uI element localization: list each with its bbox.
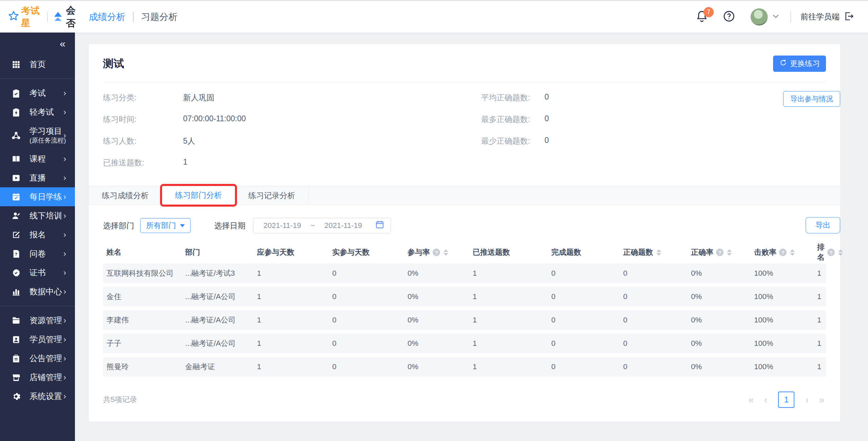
sidebar-item-label: 证书 [29, 268, 46, 278]
column-header: 击败率? [751, 247, 814, 257]
tab-item[interactable]: 练习记录分析 [235, 186, 309, 205]
department-select[interactable]: 所有部门 [140, 218, 191, 233]
tab-label: 练习记录分析 [249, 190, 295, 201]
page-title: 测试 [103, 57, 124, 71]
sidebar-item[interactable]: 直播 › [0, 168, 75, 187]
top-header: 考试星 会否 成绩分析 习题分析 7 前往学员端 [0, 0, 868, 33]
sidebar-item-label: 线下培训 [29, 211, 62, 221]
table-cell: 子子 [103, 338, 182, 349]
sidebar-item[interactable]: 店铺管理 › [0, 368, 75, 387]
table-cell: 100% [751, 316, 814, 324]
info-left-row: 练习人数:5人 [103, 136, 481, 146]
sidebar-item[interactable]: 报名 › [0, 225, 75, 244]
org-name: 会否 [66, 4, 81, 30]
collapse-sidebar-icon[interactable]: « [60, 38, 65, 49]
column-label: 排名 [817, 242, 825, 262]
prev-page-icon[interactable]: ‹ [763, 394, 769, 405]
sidebar-item-label: 公告管理 [29, 353, 62, 363]
help-icon[interactable]: ? [779, 249, 787, 256]
tab-item[interactable]: 练习成绩分析 [89, 186, 162, 205]
sidebar-item[interactable]: 公告管理 › [0, 349, 75, 368]
table-cell: 0 [620, 269, 688, 278]
info-value: 0 [545, 136, 549, 146]
nav-exercise-analysis[interactable]: 习题分析 [141, 11, 178, 23]
help-icon[interactable]: ? [716, 249, 724, 256]
table-cell: 1 [814, 269, 826, 278]
offline-training-icon [12, 211, 21, 220]
grid-icon [12, 60, 21, 69]
sidebar-item-label: 数据中心 [29, 287, 62, 297]
sidebar-item[interactable]: 线下培训 › [0, 206, 75, 225]
nav-score-analysis[interactable]: 成绩分析 [89, 11, 125, 23]
sidebar-item-label: 学员管理 [29, 334, 62, 344]
column-header: 应参与天数 [254, 247, 329, 257]
sidebar-item-sublabel: (原任务流程) [29, 136, 66, 145]
user-menu[interactable] [750, 8, 781, 26]
sidebar-item[interactable]: 资源管理 › [0, 311, 75, 330]
next-page-icon[interactable]: › [804, 394, 810, 405]
table-cell: 0 [620, 316, 688, 324]
export-button[interactable]: 导出 [806, 217, 840, 233]
student-portal-label: 前往学员端 [801, 12, 840, 22]
info-left-column: 练习分类:新人巩固练习时间:07:00:00-11:00:00练习人数:5人已推… [103, 92, 481, 179]
sidebar-menu: 首页 考试 › 轻考试 › 学习项目 (原任务流程) › 课程 [0, 55, 75, 406]
chevron-right-icon: › [63, 392, 66, 401]
info-right-row: 最多正确题数:0 [481, 114, 549, 125]
sidebar: « 首页 考试 › 轻考试 › 学习项目 (原任务流程) › [0, 33, 75, 441]
sidebar-item[interactable]: 每日学练 › [0, 187, 75, 206]
date-range-picker[interactable]: 2021-11-19 ~ 2021-11-19 [253, 218, 391, 233]
change-exercise-button[interactable]: 更换练习 [773, 56, 826, 72]
sort-icon[interactable] [656, 249, 661, 256]
sidebar-item[interactable]: 证书 › [0, 263, 75, 282]
table-cell: 1 [814, 316, 826, 324]
sidebar-item[interactable]: 学员管理 › [0, 330, 75, 349]
sort-icon[interactable] [838, 249, 843, 256]
date-to[interactable]: 2021-11-19 [320, 221, 366, 230]
sidebar-item[interactable]: 学习项目 (原任务流程) › [0, 122, 75, 149]
sidebar-item[interactable]: ? 问卷 › [0, 244, 75, 263]
student-portal-link[interactable]: 前往学员端 [801, 11, 854, 23]
exercise-card: 测试 更换练习 练习分类:新人巩固练习时间:07:00:00-11:00:00练… [89, 44, 840, 421]
column-header: 正确率? [688, 247, 751, 257]
table-cell: 0 [329, 362, 404, 371]
export-participation-button[interactable]: 导出参与情况 [783, 91, 840, 107]
table-cell: 0 [620, 362, 688, 371]
chevron-right-icon: › [63, 107, 66, 117]
page-number[interactable]: 1 [778, 392, 794, 408]
help-button[interactable] [723, 10, 735, 24]
exam-icon [12, 89, 21, 98]
info-label: 最少正确题数: [481, 136, 540, 146]
sidebar-item[interactable]: 轻考试 › [0, 103, 75, 122]
main-content: 测试 更换练习 练习分类:新人巩固练习时间:07:00:00-11:00:00练… [75, 33, 868, 441]
chevron-right-icon: › [63, 268, 66, 277]
sidebar-item[interactable]: 考试 › [0, 84, 75, 103]
table-cell: 金融考证 [182, 362, 254, 372]
sidebar-item[interactable]: 课程 › [0, 149, 75, 168]
chevron-right-icon: › [63, 230, 66, 239]
table-cell: 金住 [103, 292, 182, 302]
sort-icon[interactable] [790, 249, 795, 256]
sidebar-item[interactable]: 系统设置 › [0, 387, 75, 406]
first-page-icon[interactable]: « [747, 394, 755, 405]
last-page-icon[interactable]: » [817, 394, 826, 405]
sidebar-item-label: 每日学练 [29, 192, 62, 202]
avatar[interactable] [750, 8, 768, 26]
logo[interactable]: 考试星 会否 [0, 4, 81, 30]
column-label: 部门 [185, 247, 200, 257]
notifications-button[interactable]: 7 [695, 10, 708, 24]
table-row: 熊曼玲金融考证100%1000%100%1 [103, 357, 826, 377]
info-left-row: 练习时间:07:00:00-11:00:00 [103, 114, 481, 125]
table-cell: 0 [548, 362, 620, 371]
chevron-right-icon: › [63, 287, 66, 296]
signup-icon [12, 230, 21, 239]
table-cell: 0 [620, 339, 688, 348]
sort-icon[interactable] [443, 249, 448, 256]
pagination: « ‹ 1 › » [747, 392, 826, 408]
help-icon[interactable]: ? [827, 249, 835, 256]
sort-icon[interactable] [727, 249, 732, 256]
sidebar-item[interactable]: 首页 [0, 55, 75, 74]
sidebar-item[interactable]: 数据中心 › [0, 282, 75, 301]
help-icon[interactable]: ? [433, 249, 440, 256]
date-from[interactable]: 2021-11-19 [259, 221, 305, 230]
tab-active[interactable]: 练习部门分析 [162, 186, 235, 205]
